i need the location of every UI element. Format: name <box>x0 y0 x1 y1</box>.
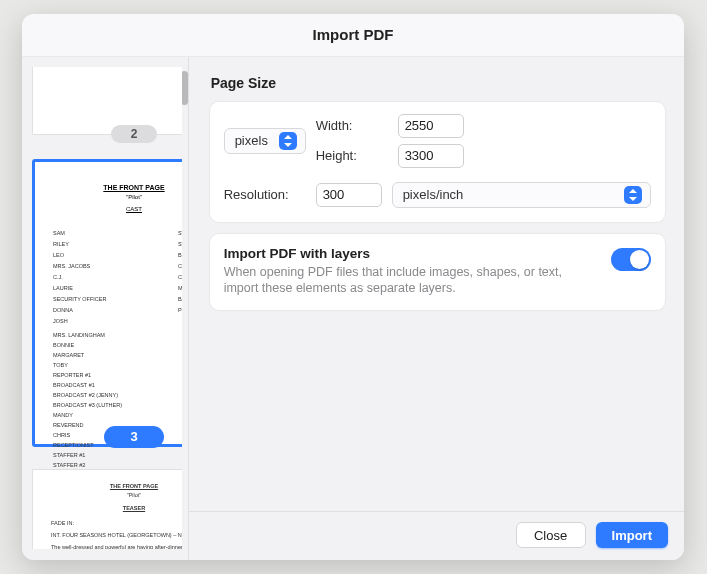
width-label: Width: <box>316 118 398 133</box>
doc-title: THE FRONT PAGE <box>53 184 182 191</box>
width-input[interactable] <box>398 114 464 138</box>
page-thumbnail-2[interactable]: 2 <box>32 67 182 135</box>
import-pdf-dialog: Import PDF 2 THE FRONT PAGE "Pilot" CAST <box>22 14 684 560</box>
chevron-updown-icon <box>279 132 297 150</box>
options-panel: Page Size Width: pixels Height: <box>189 57 684 560</box>
page-badge: 2 <box>111 125 157 143</box>
doc-cast-heading: CAST <box>53 206 182 212</box>
resolution-unit-value: pixels/inch <box>403 187 464 202</box>
resolution-input[interactable] <box>316 183 382 207</box>
cast-continued: MRS. LANDINGHAM BONNIE MARGARET TOBY REP… <box>53 330 182 470</box>
layers-toggle[interactable] <box>611 248 651 271</box>
import-button[interactable]: Import <box>596 522 668 548</box>
height-label: Height: <box>316 148 398 163</box>
page-number: 2 <box>131 127 138 141</box>
options-content: Page Size Width: pixels Height: <box>189 57 684 511</box>
page-thumbnail-3-selected[interactable]: THE FRONT PAGE "Pilot" CAST SAM RILEY LE… <box>32 159 182 447</box>
layers-title: Import PDF with layers <box>224 246 599 261</box>
cast-right: STUDENT #1 STUDENT #2 BILLY CALDWELL CAB… <box>178 228 182 324</box>
dialog-footer: Close Import <box>189 511 684 560</box>
resolution-label: Resolution: <box>224 187 306 202</box>
dialog-title-text: Import PDF <box>313 26 394 43</box>
import-button-label: Import <box>612 528 652 543</box>
size-unit-select[interactable]: pixels <box>224 128 306 154</box>
page-number: 3 <box>130 429 137 444</box>
toggle-knob <box>630 250 649 269</box>
layers-section: Import PDF with layers When opening PDF … <box>209 233 666 311</box>
layers-description: When opening PDF files that include imag… <box>224 264 599 296</box>
scrollbar-thumb[interactable] <box>181 71 188 105</box>
width-height-grid: Width: pixels Height: <box>224 114 651 168</box>
page-size-heading: Page Size <box>211 75 666 91</box>
resolution-unit-select[interactable]: pixels/inch <box>392 182 651 208</box>
resolution-row: Resolution: pixels/inch <box>224 182 651 208</box>
page-thumbnail-4[interactable]: THE FRONT PAGE "Pilot" TEASER FADE IN: I… <box>32 469 182 549</box>
cast-left: SAM RILEY LEO MRS. JACOBS C.J. LAURIE SE… <box>53 228 106 324</box>
height-input[interactable] <box>398 144 464 168</box>
doc-subtitle: "Pilot" <box>53 194 182 200</box>
cast-columns: SAM RILEY LEO MRS. JACOBS C.J. LAURIE SE… <box>53 228 182 324</box>
close-button-label: Close <box>534 528 567 543</box>
dialog-title: Import PDF <box>22 14 684 57</box>
size-unit-value: pixels <box>235 133 268 148</box>
dialog-body: 2 THE FRONT PAGE "Pilot" CAST SAM RILEY … <box>22 57 684 560</box>
page-size-section: Width: pixels Height: Resolution: <box>209 101 666 223</box>
close-button[interactable]: Close <box>516 522 586 548</box>
page-badge-selected: 3 <box>104 426 164 448</box>
thumbnails-list: 2 THE FRONT PAGE "Pilot" CAST SAM RILEY … <box>32 67 182 550</box>
page-thumbnails-pane[interactable]: 2 THE FRONT PAGE "Pilot" CAST SAM RILEY … <box>22 57 188 560</box>
chevron-updown-icon <box>624 186 642 204</box>
layers-text: Import PDF with layers When opening PDF … <box>224 246 599 296</box>
